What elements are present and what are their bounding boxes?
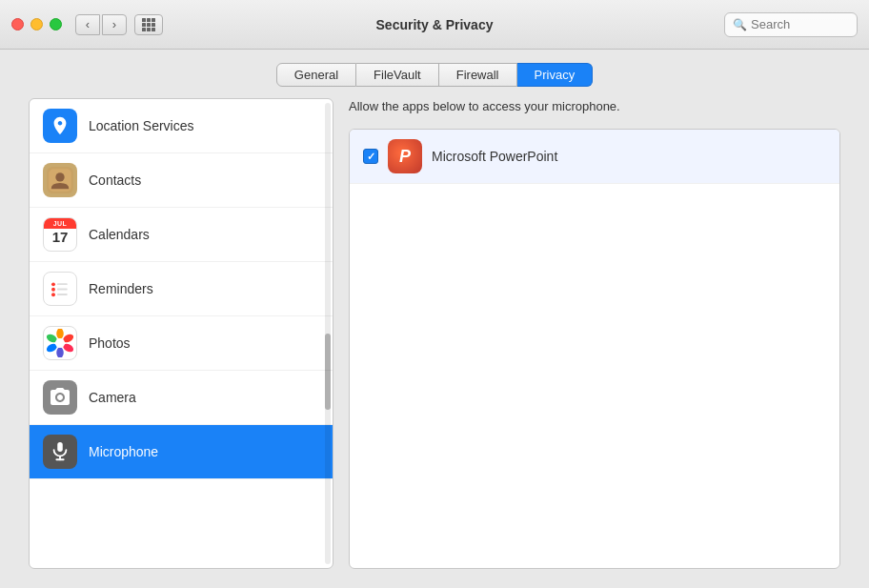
grid-view-button[interactable]: [134, 14, 163, 35]
app-checkbox[interactable]: ✓: [363, 149, 378, 164]
camera-icon: [43, 380, 77, 415]
photos-label: Photos: [89, 335, 131, 351]
calendars-icon: JUL 17: [43, 217, 77, 252]
svg-rect-9: [57, 294, 68, 295]
svg-point-17: [55, 338, 65, 348]
close-button[interactable]: [11, 18, 24, 30]
right-description: Allow the apps below to access your micr…: [349, 98, 840, 115]
traffic-lights: [11, 18, 62, 30]
back-button[interactable]: ‹: [75, 14, 100, 35]
svg-rect-18: [57, 442, 63, 452]
right-panel: Allow the apps below to access your micr…: [349, 98, 840, 569]
reminders-icon: [43, 272, 77, 306]
sidebar-item-location-services[interactable]: Location Services: [30, 99, 333, 153]
tab-firewall[interactable]: Firewall: [439, 63, 517, 87]
microphone-label: Microphone: [89, 444, 158, 459]
nav-buttons: ‹ ›: [75, 14, 127, 35]
sidebar: Location Services Contacts: [29, 98, 333, 569]
reminders-label: Reminders: [89, 281, 153, 296]
content-area: Location Services Contacts: [0, 98, 869, 588]
table-row: ✓ P Microsoft PowerPoint: [350, 130, 839, 184]
calendars-label: Calendars: [89, 227, 150, 242]
search-box[interactable]: 🔍: [724, 12, 858, 37]
tab-privacy[interactable]: Privacy: [517, 63, 594, 87]
grid-icon: [142, 18, 155, 31]
contacts-icon: [43, 163, 77, 197]
forward-button[interactable]: ›: [102, 14, 127, 35]
main-area: General FileVault Firewall Privacy Locat…: [0, 50, 869, 588]
microphone-icon: [43, 435, 77, 469]
tab-general[interactable]: General: [276, 63, 356, 87]
search-icon: 🔍: [733, 18, 747, 31]
sidebar-item-microphone[interactable]: Microphone: [30, 425, 333, 479]
maximize-button[interactable]: [50, 18, 62, 30]
location-services-icon: [43, 109, 77, 143]
contacts-label: Contacts: [89, 172, 141, 188]
scrollbar[interactable]: [325, 103, 331, 564]
svg-point-8: [51, 293, 55, 296]
location-services-label: Location Services: [89, 118, 194, 133]
scrollbar-thumb[interactable]: [325, 334, 331, 410]
sidebar-item-contacts[interactable]: Contacts: [30, 153, 333, 208]
title-bar: ‹ › Security & Privacy 🔍: [0, 0, 869, 50]
search-input[interactable]: [751, 17, 849, 31]
svg-rect-5: [57, 283, 68, 285]
checkmark-icon: ✓: [367, 151, 375, 163]
sidebar-item-photos[interactable]: Photos: [30, 316, 333, 371]
sidebar-item-reminders[interactable]: Reminders: [30, 262, 333, 316]
powerpoint-icon: P: [388, 139, 422, 173]
sidebar-item-camera[interactable]: Camera: [30, 371, 333, 425]
apps-list: ✓ P Microsoft PowerPoint: [349, 129, 840, 569]
svg-point-4: [51, 282, 55, 286]
photos-icon: [43, 326, 77, 360]
svg-point-2: [55, 172, 64, 181]
camera-label: Camera: [89, 390, 136, 405]
powerpoint-letter: P: [399, 147, 411, 167]
minimize-button[interactable]: [30, 18, 43, 30]
sidebar-item-calendars[interactable]: JUL 17 Calendars: [30, 208, 333, 262]
svg-point-6: [51, 288, 55, 292]
window-title: Security & Privacy: [376, 17, 494, 32]
app-name: Microsoft PowerPoint: [432, 149, 557, 164]
tab-bar: General FileVault Firewall Privacy: [0, 50, 869, 98]
tab-filevault[interactable]: FileVault: [356, 63, 439, 87]
svg-rect-7: [57, 289, 68, 291]
